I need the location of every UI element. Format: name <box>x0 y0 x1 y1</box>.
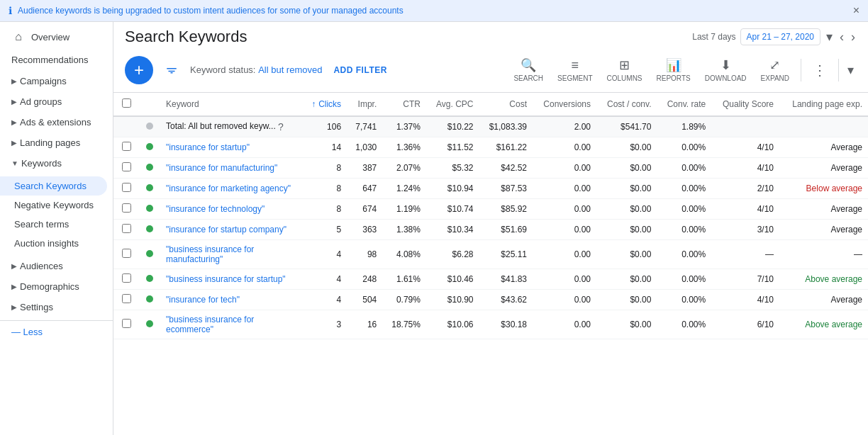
row-checkbox-2[interactable] <box>122 183 131 192</box>
table-row: "insurance for technology" 8 674 1.19% $… <box>113 199 868 220</box>
search-action-button[interactable]: 🔍 SEARCH <box>508 55 549 85</box>
quality-score-header[interactable]: Quality Score <box>711 93 779 116</box>
row-ctr-8: 18.75% <box>382 310 426 339</box>
row-checkbox-7[interactable] <box>122 294 131 303</box>
row-conversions-0: 0.00 <box>533 137 596 158</box>
expand-action-button[interactable]: ⤢ EXPAND <box>755 55 795 85</box>
impr-header[interactable]: Impr. <box>347 93 382 116</box>
row-keyword-3[interactable]: "insurance for technology" <box>160 199 302 220</box>
reports-action-button[interactable]: 📊 REPORTS <box>651 55 696 85</box>
prev-date-button[interactable]: ‹ <box>838 28 845 46</box>
sidebar-group-settings[interactable]: ▶ Settings <box>0 297 113 317</box>
sidebar-less-button[interactable]: — Less <box>0 320 113 343</box>
avg-cpc-header[interactable]: Avg. CPC <box>426 93 479 116</box>
row-keyword-8[interactable]: "business insurance for ecommerce" <box>160 310 302 339</box>
row-cost-conv-5: $0.00 <box>596 240 657 269</box>
row-checkbox-0[interactable] <box>122 142 131 151</box>
row-clicks-3: 8 <box>302 199 347 220</box>
ctr-header[interactable]: CTR <box>382 93 426 116</box>
row-landing-page-7: Average <box>779 290 868 310</box>
sidebar-item-overview[interactable]: ⌂ Overview <box>0 25 107 49</box>
sidebar-group-label-text: Landing pages <box>20 137 80 148</box>
row-check-0[interactable] <box>113 137 139 158</box>
segment-label: SEGMENT <box>557 74 592 82</box>
row-check-7[interactable] <box>113 290 139 310</box>
sidebar-item-search-keywords[interactable]: Search Keywords <box>0 176 107 196</box>
table-row: "insurance for startup" 14 1,030 1.36% $… <box>113 137 868 158</box>
row-keyword-0[interactable]: "insurance for startup" <box>160 137 302 158</box>
cost-conv-header[interactable]: Cost / conv. <box>596 93 657 116</box>
help-icon[interactable]: ? <box>278 121 284 132</box>
sidebar-group-adgroups[interactable]: ▶ Ad groups <box>0 91 113 112</box>
date-range-value[interactable]: Apr 21 – 27, 2020 <box>740 28 820 45</box>
segment-action-button[interactable]: ≡ SEGMENT <box>552 55 598 85</box>
landing-page-header[interactable]: Landing page exp. <box>779 93 868 116</box>
row-checkbox-3[interactable] <box>122 203 131 213</box>
row-status-7 <box>139 290 160 310</box>
sidebar-item-search-terms[interactable]: Search terms <box>0 215 113 234</box>
row-cost-3: $85.92 <box>479 199 533 220</box>
sidebar-group-campaigns[interactable]: ▶ Campaigns <box>0 71 113 91</box>
sidebar-group-demographics[interactable]: ▶ Demographics <box>0 276 113 297</box>
clicks-header[interactable]: ↑Clicks <box>302 93 347 116</box>
sidebar-group-ads[interactable]: ▶ Ads & extensions <box>0 112 113 132</box>
row-keyword-5[interactable]: "business insurance for manufacturing" <box>160 240 302 269</box>
sidebar-keywords-group: Search Keywords Negative Keywords Search… <box>0 174 113 256</box>
sidebar-item-label: Search terms <box>14 219 69 230</box>
add-filter-button[interactable]: ADD FILTER <box>328 65 392 75</box>
sidebar-item-auction-insights[interactable]: Auction insights <box>0 234 113 253</box>
next-date-button[interactable]: › <box>850 28 857 46</box>
row-checkbox-4[interactable] <box>122 224 131 233</box>
row-checkbox-5[interactable] <box>122 249 131 258</box>
row-ctr-1: 2.07% <box>382 158 426 179</box>
download-action-button[interactable]: ⬇ DOWNLOAD <box>699 55 752 85</box>
sidebar-group-landing[interactable]: ▶ Landing pages <box>0 132 113 153</box>
row-keyword-7[interactable]: "insurance for tech" <box>160 290 302 310</box>
row-check-1[interactable] <box>113 158 139 179</box>
row-keyword-2[interactable]: "insurance for marketing agency" <box>160 179 302 199</box>
row-check-3[interactable] <box>113 199 139 220</box>
chevron-right-icon: ▶ <box>11 77 17 85</box>
row-check-5[interactable] <box>113 240 139 269</box>
top-banner: ℹ Audience keywords is being upgraded to… <box>0 0 868 22</box>
total-cost: $1,083.39 <box>479 116 533 137</box>
cost-header[interactable]: Cost <box>479 93 533 116</box>
row-check-8[interactable] <box>113 310 139 339</box>
add-button[interactable]: + <box>125 56 153 84</box>
conversions-header[interactable]: Conversions <box>533 93 596 116</box>
row-keyword-1[interactable]: "insurance for manufacturing" <box>160 158 302 179</box>
select-all-header[interactable] <box>113 93 139 116</box>
row-checkbox-1[interactable] <box>122 162 131 171</box>
more-button[interactable]: ⋮ <box>807 59 833 81</box>
row-keyword-4[interactable]: "insurance for startup company" <box>160 220 302 240</box>
select-all-checkbox[interactable] <box>122 98 131 108</box>
sidebar-group-keywords[interactable]: ▼ Keywords <box>0 153 113 174</box>
banner-close-button[interactable]: × <box>853 4 859 17</box>
sidebar-group-audiences[interactable]: ▶ Audiences <box>0 256 113 276</box>
chevron-down-icon[interactable]: ▾ <box>825 28 834 46</box>
main-content: Search Keywords Last 7 days Apr 21 – 27,… <box>113 22 868 435</box>
row-check-4[interactable] <box>113 220 139 240</box>
row-cost-2: $87.53 <box>479 179 533 199</box>
row-quality-score-2: 2/10 <box>711 179 779 199</box>
filter-value-text[interactable]: All but removed <box>258 64 322 75</box>
row-checkbox-8[interactable] <box>122 319 131 328</box>
row-keyword-6[interactable]: "business insurance for startup" <box>160 269 302 290</box>
collapse-button[interactable]: ▾ <box>845 60 857 81</box>
columns-action-button[interactable]: ⊞ COLUMNS <box>601 55 648 85</box>
row-clicks-1: 8 <box>302 158 347 179</box>
row-quality-score-1: 4/10 <box>711 158 779 179</box>
row-cost-8: $30.18 <box>479 310 533 339</box>
row-cost-5: $25.11 <box>479 240 533 269</box>
row-check-6[interactable] <box>113 269 139 290</box>
columns-label: COLUMNS <box>607 74 642 82</box>
sidebar-item-recommendations[interactable]: Recommendations <box>0 49 107 71</box>
sidebar-item-negative-keywords[interactable]: Negative Keywords <box>0 196 113 215</box>
row-check-2[interactable] <box>113 179 139 199</box>
row-checkbox-6[interactable] <box>122 273 131 283</box>
filter-icon-button[interactable] <box>159 57 184 83</box>
conv-rate-header[interactable]: Conv. rate <box>657 93 711 116</box>
row-avg-cpc-5: $6.28 <box>426 240 479 269</box>
row-impr-4: 363 <box>347 220 382 240</box>
status-dot <box>146 123 153 130</box>
